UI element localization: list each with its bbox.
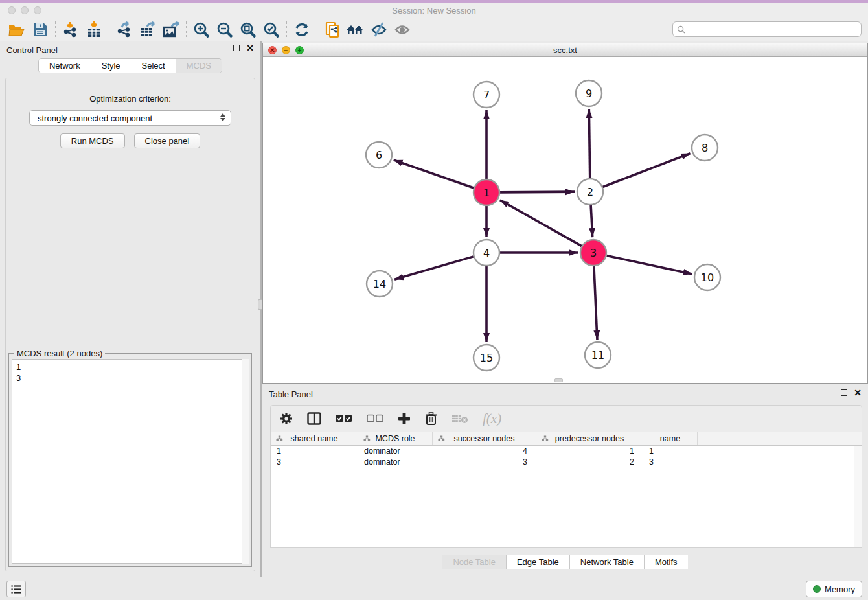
float-table-panel-icon[interactable] xyxy=(841,389,847,396)
memory-label: Memory xyxy=(825,584,855,594)
svg-text:10: 10 xyxy=(701,271,714,284)
tab-node-table[interactable]: Node Table xyxy=(442,555,507,569)
edge-2-8[interactable] xyxy=(603,154,691,187)
h-scrollbar-thumb[interactable] xyxy=(554,378,563,382)
graph-node-3[interactable]: 3 xyxy=(580,240,606,266)
zoom-in-icon xyxy=(192,21,211,39)
table-settings-button[interactable] xyxy=(280,412,293,425)
tab-mcds[interactable]: MCDS xyxy=(176,59,222,73)
table-cell[interactable]: 2 xyxy=(536,457,643,468)
graph-node-11[interactable]: 11 xyxy=(585,342,611,368)
table-cell[interactable]: dominator xyxy=(358,457,433,468)
zoom-out-icon xyxy=(216,21,234,39)
close-panel-button[interactable]: Close panel xyxy=(134,133,201,148)
graph-node-14[interactable]: 14 xyxy=(367,271,393,297)
graph-node-15[interactable]: 15 xyxy=(474,345,499,371)
zoom-fit-button[interactable] xyxy=(236,19,260,40)
copy-style-button[interactable] xyxy=(321,19,344,40)
tab-motifs[interactable]: Motifs xyxy=(645,555,688,569)
edge-4-14[interactable] xyxy=(394,257,474,279)
graph-node-8[interactable]: 8 xyxy=(692,135,718,161)
home-layout-button[interactable] xyxy=(344,19,367,40)
memory-button[interactable]: Memory xyxy=(806,581,862,597)
graph-node-7[interactable]: 7 xyxy=(474,82,499,108)
mcds-result-text[interactable]: 13 xyxy=(12,359,249,564)
table-cell[interactable]: 3 xyxy=(643,457,698,468)
close-panel-icon[interactable]: ✕ xyxy=(246,45,254,51)
delete-table-button[interactable] xyxy=(451,413,468,424)
optimization-criterion-select[interactable]: strongly connected component xyxy=(29,110,231,126)
unselect-all-button[interactable] xyxy=(367,414,383,423)
graph-node-10[interactable]: 10 xyxy=(694,264,720,290)
export-image-button[interactable] xyxy=(159,19,183,40)
zoom-selected-button[interactable] xyxy=(260,19,283,40)
graph-node-2[interactable]: 2 xyxy=(577,179,603,205)
edge-3-10[interactable] xyxy=(607,255,692,274)
edge-2-3[interactable] xyxy=(591,205,593,237)
import-table-button[interactable] xyxy=(82,19,106,40)
graph-node-1[interactable]: 1 xyxy=(474,179,499,205)
task-history-button[interactable] xyxy=(6,581,26,597)
column-header-predecessor-nodes[interactable]: predecessor nodes xyxy=(536,432,643,445)
search-box[interactable] xyxy=(672,21,862,37)
refresh-layout-button[interactable] xyxy=(290,19,314,40)
zoom-out-button[interactable] xyxy=(213,19,236,40)
tab-edge-table[interactable]: Edge Table xyxy=(507,555,570,569)
column-header-name[interactable]: name xyxy=(643,432,698,445)
run-mcds-button[interactable]: Run MCDS xyxy=(60,133,125,148)
tab-network[interactable]: Network xyxy=(39,59,91,73)
table-cell[interactable]: 4 xyxy=(433,446,536,457)
table-cell[interactable]: 1 xyxy=(271,446,358,457)
select-all-button[interactable] xyxy=(336,414,352,423)
float-panel-icon[interactable] xyxy=(233,45,240,51)
table-row[interactable]: 1dominator411 xyxy=(271,446,862,457)
tab-style[interactable]: Style xyxy=(91,59,131,73)
hide-panels-button[interactable] xyxy=(367,19,391,40)
table-cell[interactable]: 1 xyxy=(643,446,698,457)
open-session-button[interactable] xyxy=(5,19,29,40)
edge-3-1[interactable] xyxy=(500,200,582,246)
edge-2-9[interactable] xyxy=(589,109,589,178)
split-columns-button[interactable] xyxy=(307,412,321,425)
list-icon xyxy=(11,584,22,594)
zoom-in-button[interactable] xyxy=(190,19,213,40)
column-header-MCDS-role[interactable]: MCDS role xyxy=(358,432,433,445)
add-entry-button[interactable] xyxy=(398,412,411,425)
tab-network-table[interactable]: Network Table xyxy=(570,555,645,569)
tab-select[interactable]: Select xyxy=(131,59,176,73)
show-eye-button[interactable] xyxy=(391,19,414,40)
network-window-title: scc.txt xyxy=(263,45,867,55)
import-network-button[interactable] xyxy=(59,19,82,40)
svg-text:8: 8 xyxy=(702,142,708,154)
edge-1-2[interactable] xyxy=(500,192,575,192)
network-canvas[interactable]: 7968124314101511 xyxy=(263,57,867,383)
delete-entry-button[interactable] xyxy=(425,412,437,426)
graph-node-6[interactable]: 6 xyxy=(366,142,392,168)
network-window-titlebar[interactable]: ✕ − + scc.txt xyxy=(263,43,867,57)
export-image-icon xyxy=(161,21,181,39)
panel-splitter[interactable] xyxy=(260,41,262,577)
result-scrollbar[interactable] xyxy=(242,359,249,564)
table-cell[interactable]: 3 xyxy=(271,457,358,468)
column-header-successor-nodes[interactable]: successor nodes xyxy=(433,432,536,445)
eye-icon xyxy=(393,21,411,39)
export-network-button[interactable] xyxy=(113,19,136,40)
toolbar-separator xyxy=(186,21,187,38)
table-cell[interactable]: 3 xyxy=(433,457,536,468)
svg-text:15: 15 xyxy=(480,352,493,364)
plus-icon xyxy=(398,412,411,425)
edge-1-6[interactable] xyxy=(394,160,474,188)
table-row[interactable]: 3dominator323 xyxy=(271,457,862,468)
edge-3-11[interactable] xyxy=(594,266,597,340)
table-cell[interactable]: dominator xyxy=(358,446,433,457)
graph-node-9[interactable]: 9 xyxy=(576,80,602,106)
search-input[interactable] xyxy=(688,23,861,35)
close-table-panel-icon[interactable]: ✕ xyxy=(854,389,862,396)
graph-node-4[interactable]: 4 xyxy=(474,240,499,266)
export-table-button[interactable] xyxy=(136,19,159,40)
save-session-button[interactable] xyxy=(29,19,52,40)
table-scrollbar[interactable] xyxy=(854,446,862,547)
column-header-shared-name[interactable]: shared name xyxy=(271,432,358,445)
function-builder-button[interactable]: f(x) xyxy=(483,411,501,427)
table-cell[interactable]: 1 xyxy=(536,446,643,457)
